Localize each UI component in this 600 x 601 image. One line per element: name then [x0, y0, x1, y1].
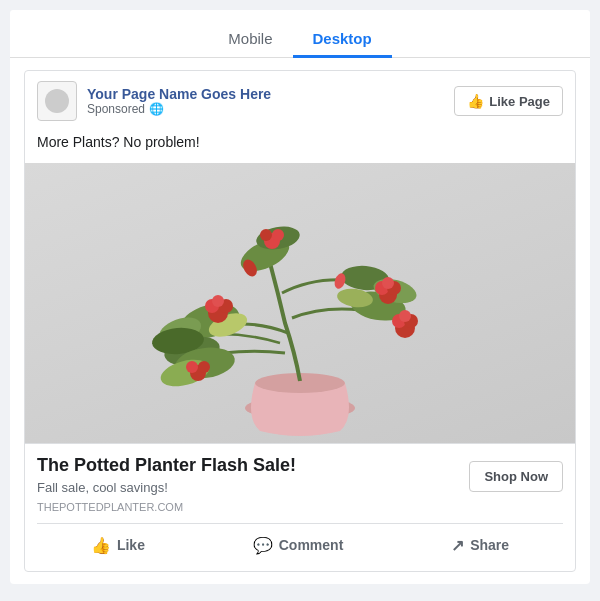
- comment-action-button[interactable]: 💬 Comment: [237, 528, 360, 563]
- shop-now-button[interactable]: Shop Now: [469, 461, 563, 492]
- tab-desktop[interactable]: Desktop: [293, 22, 392, 58]
- like-label: Like: [117, 537, 145, 553]
- share-icon: ↗: [451, 536, 464, 555]
- plant-background: [25, 163, 575, 443]
- svg-point-31: [260, 229, 272, 241]
- ad-title: The Potted Planter Flash Sale!: [37, 454, 296, 477]
- ad-domain: THEPOTTEDPLANTER.COM: [37, 501, 563, 513]
- ad-header: Your Page Name Goes Here Sponsored 🌐 👍 L…: [25, 71, 575, 131]
- ad-subtitle: Fall sale, cool savings!: [37, 480, 296, 495]
- sponsored-label: Sponsored 🌐: [87, 102, 271, 116]
- ad-header-left: Your Page Name Goes Here Sponsored 🌐: [37, 81, 271, 121]
- ad-image: [25, 163, 575, 443]
- post-text: More Plants? No problem!: [25, 131, 575, 163]
- share-label: Share: [470, 537, 509, 553]
- svg-point-32: [272, 229, 284, 241]
- ad-card: Your Page Name Goes Here Sponsored 🌐 👍 L…: [24, 70, 576, 572]
- avatar: [37, 81, 77, 121]
- page-name[interactable]: Your Page Name Goes Here: [87, 86, 271, 102]
- comment-label: Comment: [279, 537, 344, 553]
- globe-icon: 🌐: [149, 102, 164, 116]
- share-action-button[interactable]: ↗ Share: [435, 528, 525, 563]
- svg-point-28: [186, 361, 198, 373]
- thumbs-up-icon: 👍: [467, 93, 484, 109]
- comment-icon: 💬: [253, 536, 273, 555]
- svg-point-26: [399, 310, 411, 322]
- svg-point-22: [382, 277, 394, 289]
- like-icon: 👍: [91, 536, 111, 555]
- svg-point-29: [198, 361, 210, 373]
- action-bar: 👍 Like 💬 Comment ↗ Share: [37, 523, 563, 571]
- plant-illustration: [110, 173, 490, 443]
- like-action-button[interactable]: 👍 Like: [75, 528, 161, 563]
- tabs-bar: Mobile Desktop: [10, 10, 590, 58]
- ad-page-info: Your Page Name Goes Here Sponsored 🌐: [87, 86, 271, 116]
- ad-footer-info: The Potted Planter Flash Sale! Fall sale…: [37, 454, 296, 495]
- svg-point-18: [212, 295, 224, 307]
- tab-mobile[interactable]: Mobile: [208, 22, 292, 58]
- ad-footer-top: The Potted Planter Flash Sale! Fall sale…: [37, 454, 563, 495]
- page-container: Mobile Desktop Your Page Name Goes Here …: [10, 10, 590, 584]
- ad-footer: The Potted Planter Flash Sale! Fall sale…: [25, 443, 575, 523]
- avatar-image: [45, 89, 69, 113]
- like-page-button[interactable]: 👍 Like Page: [454, 86, 563, 116]
